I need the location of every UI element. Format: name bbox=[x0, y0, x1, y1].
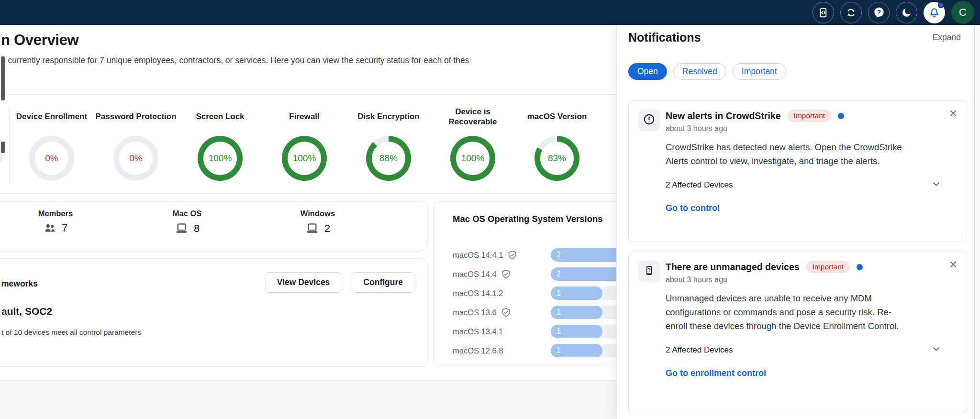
metric-percent: 100% bbox=[209, 153, 232, 164]
main-content: n Overview s currently responsible for 7… bbox=[0, 25, 616, 419]
bar-fill: 1 bbox=[551, 306, 602, 319]
device-count-value: 8 bbox=[194, 222, 200, 235]
device-counts-card: Members 7 Mac OS 8 bbox=[0, 201, 427, 250]
svg-text:?: ? bbox=[877, 9, 880, 16]
os-version-label: macOS 13.6 bbox=[453, 308, 497, 317]
chart-row: macOS 14.4 2 bbox=[453, 265, 616, 284]
configure-button[interactable]: Configure bbox=[352, 272, 414, 293]
notifications-bell-icon[interactable] bbox=[924, 2, 945, 23]
security-metric: macOS Version 83% bbox=[515, 103, 599, 181]
metric-percent: 0% bbox=[45, 153, 58, 164]
filter-pill-open[interactable]: Open bbox=[628, 63, 667, 80]
chart-row: macOS 14.4.1 2 bbox=[453, 245, 616, 265]
view-devices-button[interactable]: View Devices bbox=[266, 272, 342, 293]
notification-time: about 3 hours ago bbox=[666, 276, 957, 284]
expand-link[interactable]: Expand bbox=[933, 33, 961, 43]
help-icon[interactable]: ? bbox=[868, 2, 890, 23]
affected-devices-toggle[interactable]: 2 Affected Devices bbox=[666, 344, 957, 356]
laptop-icon bbox=[175, 221, 189, 235]
unread-dot-badge bbox=[938, 2, 944, 8]
device-code-icon[interactable] bbox=[813, 2, 834, 23]
notification-body: CrowdStrike has detected new alerts. Ope… bbox=[666, 140, 907, 168]
frameworks-buttons: View Devices Configure bbox=[266, 272, 414, 293]
bar-value-label: 2 bbox=[557, 251, 561, 259]
notification-action-link[interactable]: Go to control bbox=[666, 203, 957, 213]
metric-label: Device Enrollment bbox=[16, 103, 87, 130]
security-metric: Password Protection 0% bbox=[94, 103, 178, 181]
macos-versions-card: Mac OS Operating System Versions macOS 1… bbox=[433, 201, 616, 366]
bar-track: 2 bbox=[551, 267, 616, 281]
security-metrics-band: Device Enrollment 0% Password Protection… bbox=[0, 94, 616, 194]
bar-value-label: 1 bbox=[557, 289, 561, 298]
shield-check-icon bbox=[507, 250, 518, 261]
chart-rows: macOS 14.4.1 2 macOS 14.4 2 macOS 14.1 bbox=[453, 245, 616, 360]
metric-label: macOS Version bbox=[527, 103, 587, 130]
frameworks-card: meworks View Devices Configure ault, SOC… bbox=[0, 258, 427, 367]
device-count: Mac OS 8 bbox=[139, 209, 235, 235]
os-version-label: macOS 14.4.1 bbox=[453, 251, 503, 260]
bar-track: 1 bbox=[551, 325, 616, 338]
metric-donut: 0% bbox=[113, 136, 158, 181]
metric-percent: 83% bbox=[548, 153, 566, 164]
bar-track: 1 bbox=[551, 287, 616, 300]
filter-pill-resolved[interactable]: Resolved bbox=[673, 63, 726, 80]
bar-value-label: 1 bbox=[557, 346, 561, 355]
device-count-label: Windows bbox=[270, 209, 366, 218]
sync-icon[interactable] bbox=[840, 2, 862, 23]
device-count: Windows 2 bbox=[270, 209, 366, 235]
metric-donut: 88% bbox=[366, 136, 411, 181]
chart-row: macOS 13.6 1 bbox=[453, 303, 616, 322]
security-metrics-row: Device Enrollment 0% Password Protection… bbox=[10, 103, 616, 181]
security-metric: Ac bbox=[599, 103, 616, 181]
affected-devices-label: 2 Affected Devices bbox=[666, 345, 733, 355]
metrics-divider bbox=[9, 108, 10, 183]
security-metric: Screen Lock 100% bbox=[178, 103, 262, 181]
notification-filters: OpenResolvedImportant bbox=[628, 63, 786, 80]
affected-devices-toggle[interactable]: 2 Affected Devices bbox=[666, 179, 957, 191]
security-metric: Device is Recoverable 100% bbox=[431, 103, 515, 181]
user-avatar[interactable]: C bbox=[951, 1, 974, 24]
metric-label: Password Protection bbox=[95, 103, 176, 130]
top-navigation-bar: ? C bbox=[0, 0, 980, 25]
bar-value-label: 1 bbox=[557, 327, 561, 336]
close-icon[interactable]: × bbox=[949, 107, 957, 120]
bar-fill: 2 bbox=[551, 267, 616, 281]
scrollbar-thumb[interactable] bbox=[1, 56, 5, 100]
bar-track: 2 bbox=[551, 248, 616, 262]
metric-donut: 0% bbox=[29, 136, 74, 181]
filter-pill-important[interactable]: Important bbox=[733, 63, 786, 80]
screen: ? C n Overview s currently responsible f… bbox=[0, 0, 980, 419]
bar-fill: 1 bbox=[551, 325, 602, 338]
device-count-label: Members bbox=[8, 209, 103, 218]
metric-donut: 100% bbox=[198, 136, 243, 181]
svg-text:?: ? bbox=[647, 267, 650, 273]
important-badge: Important bbox=[806, 261, 850, 273]
screen-edge-scrollbar[interactable] bbox=[974, 25, 980, 419]
notification-body: Unmanaged devices are unable to receive … bbox=[666, 291, 907, 333]
metric-percent: 0% bbox=[129, 153, 142, 164]
notifications-panel: Notifications Expand OpenResolvedImporta… bbox=[616, 25, 974, 419]
scrollbar-thumb[interactable] bbox=[1, 142, 5, 153]
bar-track: 1 bbox=[551, 344, 616, 357]
topbar-icon-group: ? C bbox=[813, 1, 974, 23]
device-count-value: 2 bbox=[324, 222, 330, 235]
bar-fill: 1 bbox=[551, 287, 602, 300]
chart-row: macOS 14.1.2 1 bbox=[453, 284, 616, 303]
laptop-icon bbox=[305, 221, 319, 235]
notifications-title: Notifications bbox=[628, 31, 701, 44]
notification-title: There are unmanaged devices bbox=[666, 262, 800, 273]
unread-dot bbox=[857, 264, 863, 270]
os-version-label: macOS 13.4.1 bbox=[453, 327, 503, 336]
metric-donut: 100% bbox=[450, 136, 495, 181]
notification-time: about 3 hours ago bbox=[666, 124, 957, 133]
dark-mode-moon-icon[interactable] bbox=[896, 2, 917, 23]
page-subtitle: s currently responsible for 7 unique emp… bbox=[1, 55, 469, 66]
notification-action-link[interactable]: Go to enrollment control bbox=[666, 368, 957, 378]
security-metric: Disk Encryption 88% bbox=[346, 103, 431, 181]
framework-name: ault, SOC2 bbox=[1, 306, 52, 317]
shield-check-icon bbox=[501, 269, 512, 280]
bar-fill: 1 bbox=[551, 344, 602, 357]
close-icon[interactable]: × bbox=[949, 258, 957, 271]
security-metric: Device Enrollment 0% bbox=[10, 103, 94, 181]
metric-label: Device is Recoverable bbox=[431, 103, 515, 130]
